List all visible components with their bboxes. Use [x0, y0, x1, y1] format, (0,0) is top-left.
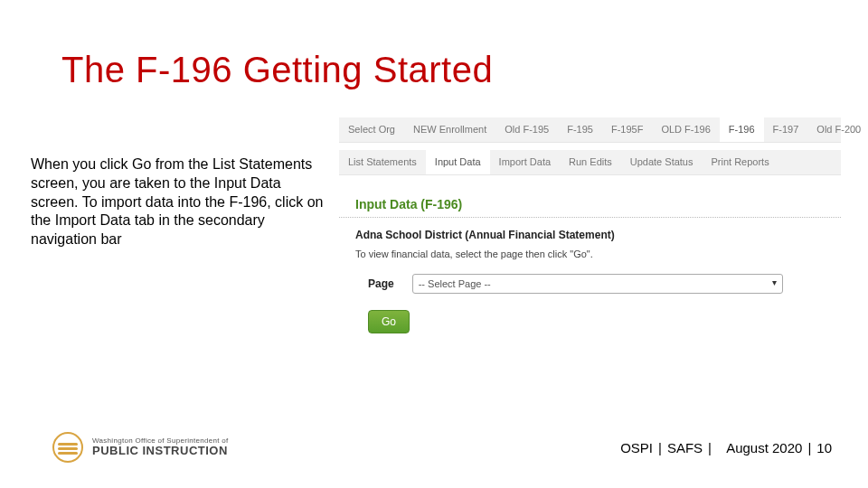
footer-page: 10 [816, 440, 832, 455]
primary-tab[interactable]: NEW Enrollment [404, 117, 495, 142]
page-selector-row: Page -- Select Page -- [339, 274, 841, 294]
primary-tab[interactable]: F-196 [720, 117, 764, 142]
footer-meta: OSPI | SAFS | August 2020 | 10 [620, 440, 832, 455]
district-name: Adna School District (Annual Financial S… [339, 229, 841, 241]
primary-nav: Select OrgNEW EnrollmentOld F-195F-195F-… [339, 117, 841, 143]
page-label: Page [368, 277, 394, 290]
secondary-tab[interactable]: Import Data [490, 150, 560, 174]
instruction-text: To view financial data, select the page … [339, 249, 841, 259]
ospi-logo-icon [52, 432, 83, 463]
footer: Washington Office of Superintendent of P… [52, 432, 832, 463]
primary-tab[interactable]: OLD F-196 [652, 117, 719, 142]
primary-tab[interactable]: F-195 [558, 117, 602, 142]
page-select-value: -- Select Page -- [419, 278, 491, 289]
primary-tab[interactable]: F-197 [764, 117, 808, 142]
primary-tab[interactable]: Old F-195 [495, 117, 558, 142]
footer-sep: | [807, 440, 811, 455]
footer-unit: SAFS [667, 440, 703, 455]
slide-title: The F-196 Getting Started [61, 50, 493, 90]
section-heading: Input Data (F-196) [339, 193, 841, 218]
footer-date: August 2020 [726, 440, 802, 455]
primary-tab[interactable]: F-195F [602, 117, 652, 142]
secondary-nav: List StatementsInput DataImport DataRun … [339, 150, 841, 175]
body-paragraph: When you click Go from the List Statemen… [31, 155, 329, 249]
logo-line2: PUBLIC INSTRUCTION [92, 445, 229, 457]
ospi-logo-text: Washington Office of Superintendent of P… [92, 437, 229, 457]
secondary-tab[interactable]: Run Edits [560, 150, 621, 174]
app-screenshot: Select OrgNEW EnrollmentOld F-195F-195F-… [339, 117, 841, 361]
secondary-tab[interactable]: Update Status [621, 150, 703, 174]
secondary-tab[interactable]: Print Reports [702, 150, 778, 174]
secondary-tab[interactable]: List Statements [339, 150, 426, 174]
ospi-logo-block: Washington Office of Superintendent of P… [52, 432, 229, 463]
secondary-tab[interactable]: Input Data [426, 150, 490, 174]
primary-tab[interactable]: Old F-200 [807, 117, 868, 142]
footer-org: OSPI [620, 440, 653, 455]
footer-sep: | [658, 440, 662, 455]
page-select[interactable]: -- Select Page -- [412, 274, 783, 294]
primary-tab[interactable]: Select Org [339, 117, 404, 142]
footer-sep: | [708, 440, 712, 455]
go-button[interactable]: Go [368, 310, 410, 333]
